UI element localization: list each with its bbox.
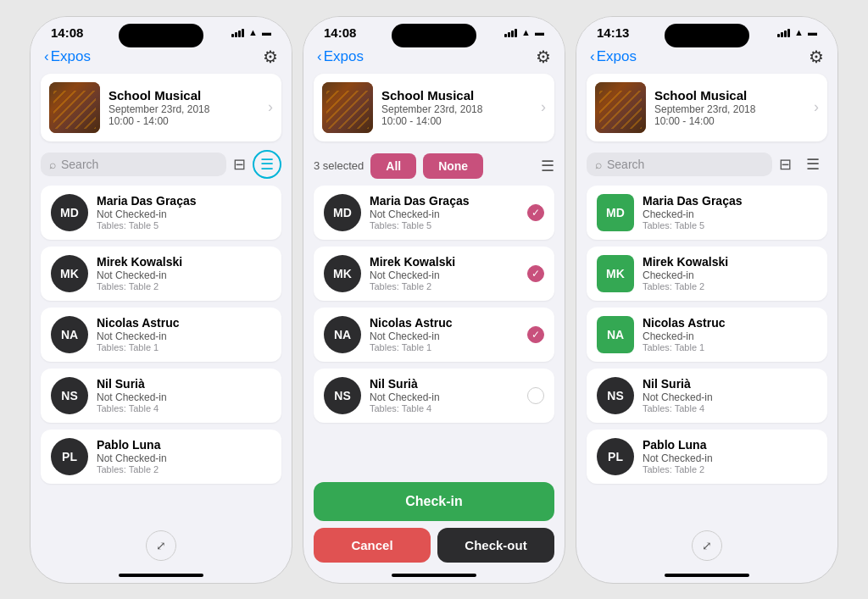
search-placeholder-3: Search (607, 158, 644, 171)
avatar-na-3: NA (597, 316, 634, 353)
cancel-button[interactable]: Cancel (314, 528, 431, 563)
attendee-table: Tables: Table 2 (643, 464, 817, 474)
attendee-name: Mirek Kowalski (643, 255, 817, 269)
gear-icon-3[interactable]: ⚙ (809, 47, 824, 67)
attendee-info: Mirek Kowalski Checked-in Tables: Table … (643, 255, 817, 291)
attendee-status: Not Checked-in (97, 452, 271, 464)
gear-icon-2[interactable]: ⚙ (536, 47, 551, 67)
list-item[interactable]: NA Nicolas Astruc Not Checked-in Tables:… (41, 308, 281, 362)
checkbox-ns[interactable] (527, 387, 544, 404)
status-bar-3: 14:13 ▲ ▬ (576, 17, 837, 43)
checkin-button[interactable]: Check-in (314, 482, 554, 521)
attendee-status: Checked-in (643, 269, 817, 281)
attendee-table: Tables: Table 1 (643, 342, 817, 352)
list-toggle-btn-3[interactable]: ☰ (798, 150, 827, 179)
attendee-info: Nil Surià Not Checked-in Tables: Table 4 (643, 377, 817, 413)
event-time-1: 10:00 - 14:00 (108, 115, 259, 127)
attendee-status: Checked-in (643, 208, 817, 220)
wifi-icon: ▲ (248, 27, 258, 37)
event-thumbnail-1 (49, 82, 100, 133)
dynamic-island-3 (665, 24, 749, 47)
avatar-mk-2: MK (324, 255, 361, 292)
attendee-name: Nicolas Astruc (97, 316, 271, 330)
gear-icon-1[interactable]: ⚙ (263, 47, 278, 67)
select-all-button[interactable]: All (370, 153, 416, 179)
attendee-status: Not Checked-in (370, 269, 519, 281)
status-bar-2: 14:08 ▲ ▬ (303, 17, 565, 43)
search-area-3: ⌕ Search ⊟ ☰ (576, 150, 837, 186)
attendee-name: Maria Das Graças (97, 194, 271, 208)
checkbox-na[interactable]: ✓ (527, 326, 544, 343)
list-item[interactable]: NA Nicolas Astruc Not Checked-in Tables:… (314, 308, 554, 362)
attendee-table: Tables: Table 4 (643, 403, 817, 413)
list-item[interactable]: NS Nil Surià Not Checked-in Tables: Tabl… (41, 369, 281, 423)
event-chevron-icon-2: › (541, 98, 546, 116)
filter-icon-1[interactable]: ⊟ (233, 155, 246, 174)
event-date-3: September 23rd, 2018 (654, 103, 805, 115)
avatar-na-2: NA (324, 316, 361, 353)
list-item[interactable]: MD Maria Das Graças Checked-in Tables: T… (587, 186, 827, 240)
list-filter-icon-2[interactable]: ☰ (541, 157, 554, 175)
bottom-expand-1: ⤢ (31, 524, 292, 568)
avatar-ns-1: NS (51, 377, 88, 414)
avatar-ns-2: NS (324, 377, 361, 414)
bottom-expand-3: ⤢ (576, 524, 837, 568)
back-button-2[interactable]: ‹ Expos (317, 48, 364, 65)
list-item[interactable]: MK Mirek Kowalski Checked-in Tables: Tab… (587, 247, 827, 301)
filter-icon-3[interactable]: ⊟ (779, 155, 792, 174)
back-label-1: Expos (51, 48, 91, 65)
select-none-button[interactable]: None (423, 153, 483, 179)
search-box-1[interactable]: ⌕ Search (41, 153, 226, 176)
attendee-info: Nil Surià Not Checked-in Tables: Table 4 (97, 377, 271, 413)
wifi-icon-3: ▲ (794, 27, 804, 37)
list-item[interactable]: PL Pablo Luna Not Checked-in Tables: Tab… (587, 430, 827, 484)
expand-button-3[interactable]: ⤢ (692, 530, 722, 561)
search-area-1: ⌕ Search ⊟ ☰ (31, 150, 292, 186)
checkout-button[interactable]: Check-out (437, 528, 554, 563)
attendee-status: Not Checked-in (97, 330, 271, 342)
list-item[interactable]: MD Maria Das Graças Not Checked-in Table… (314, 186, 554, 240)
event-title-3: School Musical (654, 88, 805, 103)
attendee-status: Not Checked-in (643, 452, 817, 464)
expand-button-1[interactable]: ⤢ (146, 530, 176, 561)
attendee-table: Tables: Table 4 (370, 403, 519, 413)
event-card-1[interactable]: School Musical September 23rd, 2018 10:0… (41, 74, 281, 141)
chevron-left-icon-2: ‹ (317, 48, 322, 65)
back-button-3[interactable]: ‹ Expos (590, 48, 637, 65)
list-item[interactable]: NS Nil Surià Not Checked-in Tables: Tabl… (587, 369, 827, 423)
status-icons-3: ▲ ▬ (777, 27, 817, 37)
event-card-2[interactable]: School Musical September 23rd, 2018 10:0… (314, 74, 554, 141)
list-item[interactable]: MK Mirek Kowalski Not Checked-in Tables:… (314, 247, 554, 301)
attendee-table: Tables: Table 1 (97, 342, 271, 352)
list-toggle-btn-1[interactable]: ☰ (253, 150, 281, 179)
attendee-info: Nil Surià Not Checked-in Tables: Table 4 (370, 377, 519, 413)
attendee-list-3: MD Maria Das Graças Checked-in Tables: T… (576, 186, 837, 524)
list-item[interactable]: MK Mirek Kowalski Not Checked-in Tables:… (41, 247, 281, 301)
checkbox-md[interactable]: ✓ (527, 204, 544, 221)
event-card-3[interactable]: School Musical September 23rd, 2018 10:0… (587, 74, 827, 141)
attendee-table: Tables: Table 2 (97, 281, 271, 291)
list-item[interactable]: MD Maria Das Graças Not Checked-in Table… (41, 186, 281, 240)
list-item[interactable]: NS Nil Surià Not Checked-in Tables: Tabl… (314, 369, 554, 423)
avatar-mk-1: MK (51, 255, 88, 292)
attendee-info: Nicolas Astruc Not Checked-in Tables: Ta… (370, 316, 519, 352)
avatar-md-3: MD (597, 194, 634, 231)
attendee-info: Nicolas Astruc Not Checked-in Tables: Ta… (97, 316, 271, 352)
checkbox-mk[interactable]: ✓ (527, 265, 544, 282)
selection-bar: 3 selected All None ☰ (303, 150, 565, 186)
event-chevron-icon-1: › (268, 98, 273, 116)
dynamic-island-1 (119, 24, 203, 47)
event-info-3: School Musical September 23rd, 2018 10:0… (654, 88, 805, 127)
time-2: 14:08 (324, 25, 356, 40)
phone-screen-3: 14:13 ▲ ▬ ‹ Expos ⚙ School Musical Septe… (576, 16, 838, 584)
list-item[interactable]: NA Nicolas Astruc Checked-in Tables: Tab… (587, 308, 827, 362)
attendee-info: Pablo Luna Not Checked-in Tables: Table … (97, 438, 271, 474)
selection-count: 3 selected (314, 159, 364, 172)
search-box-3[interactable]: ⌕ Search (587, 153, 772, 176)
action-buttons: Check-in Cancel Check-out (303, 475, 565, 568)
back-button-1[interactable]: ‹ Expos (44, 48, 91, 65)
list-item[interactable]: PL Pablo Luna Not Checked-in Tables: Tab… (41, 430, 281, 484)
phone-screen-1: 14:08 ▲ ▬ ‹ Expos ⚙ School Musical Septe… (30, 16, 292, 584)
event-info-2: School Musical September 23rd, 2018 10:0… (381, 88, 532, 127)
attendee-list-2: MD Maria Das Graças Not Checked-in Table… (303, 186, 565, 475)
